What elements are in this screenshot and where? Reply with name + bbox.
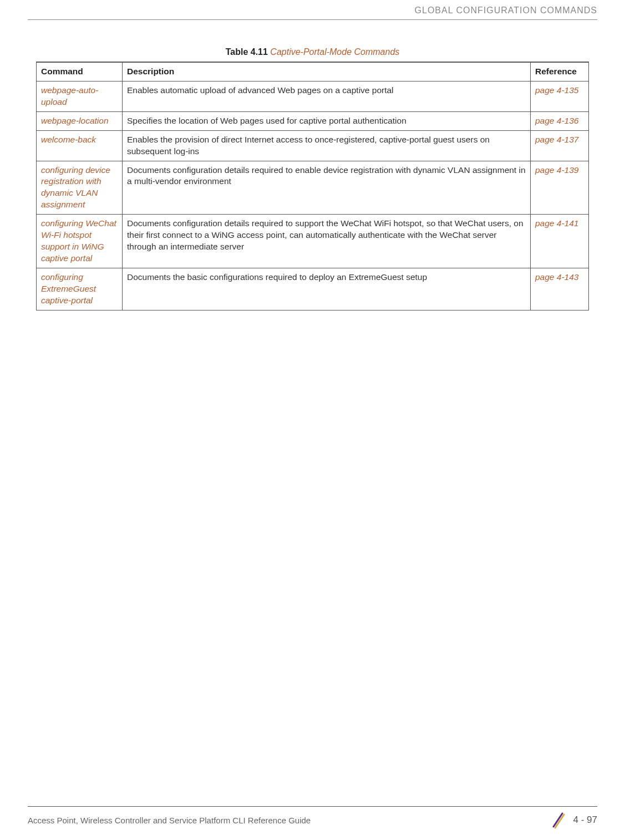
page-number: 4 - 97	[573, 814, 597, 826]
table-header-row: Command Description Reference	[37, 62, 589, 81]
main-content: Table 4.11 Captive-Portal-Mode Commands …	[36, 47, 589, 310]
reference-link[interactable]: page 4-136	[531, 111, 589, 130]
description-cell: Documents the basic configurations requi…	[123, 268, 531, 310]
reference-link[interactable]: page 4-137	[531, 130, 589, 161]
commands-table: Command Description Reference webpage-au…	[36, 62, 589, 310]
reference-link[interactable]: page 4-143	[531, 268, 589, 310]
brand-slash-icon	[549, 811, 567, 829]
header-command: Command	[37, 62, 123, 81]
footer-guide-title: Access Point, Wireless Controller and Se…	[28, 816, 311, 825]
table-row: webpage-location Specifies the location …	[37, 111, 589, 130]
table-row: welcome-back Enables the provision of di…	[37, 130, 589, 161]
description-cell: Specifies the location of Web pages used…	[123, 111, 531, 130]
footer-right: 4 - 97	[549, 811, 597, 829]
command-link[interactable]: configuring WeChat Wi-Fi hotspot support…	[37, 215, 123, 268]
header-rule	[28, 19, 597, 20]
command-link[interactable]: configuring device registration with dyn…	[37, 161, 123, 215]
table-row: webpage-auto-upload Enables automatic up…	[37, 81, 589, 111]
table-row: configuring device registration with dyn…	[37, 161, 589, 215]
description-cell: Enables the provision of direct Internet…	[123, 130, 531, 161]
command-link[interactable]: welcome-back	[37, 130, 123, 161]
table-caption: Table 4.11 Captive-Portal-Mode Commands	[36, 47, 589, 57]
header-description: Description	[123, 62, 531, 81]
reference-link[interactable]: page 4-135	[531, 81, 589, 111]
table-row: configuring ExtremeGuest captive-portal …	[37, 268, 589, 310]
reference-link[interactable]: page 4-141	[531, 215, 589, 268]
description-cell: Documents configuration details required…	[123, 215, 531, 268]
section-header: GLOBAL CONFIGURATION COMMANDS	[415, 6, 597, 16]
command-link[interactable]: webpage-auto-upload	[37, 81, 123, 111]
header-reference: Reference	[531, 62, 589, 81]
table-title: Captive-Portal-Mode Commands	[270, 47, 399, 57]
table-row: configuring WeChat Wi-Fi hotspot support…	[37, 215, 589, 268]
command-link[interactable]: configuring ExtremeGuest captive-portal	[37, 268, 123, 310]
table-number: Table 4.11	[226, 47, 268, 57]
description-cell: Enables automatic upload of advanced Web…	[123, 81, 531, 111]
page-footer: Access Point, Wireless Controller and Se…	[28, 806, 597, 829]
command-link[interactable]: webpage-location	[37, 111, 123, 130]
description-cell: Documents configuration details required…	[123, 161, 531, 215]
reference-link[interactable]: page 4-139	[531, 161, 589, 215]
